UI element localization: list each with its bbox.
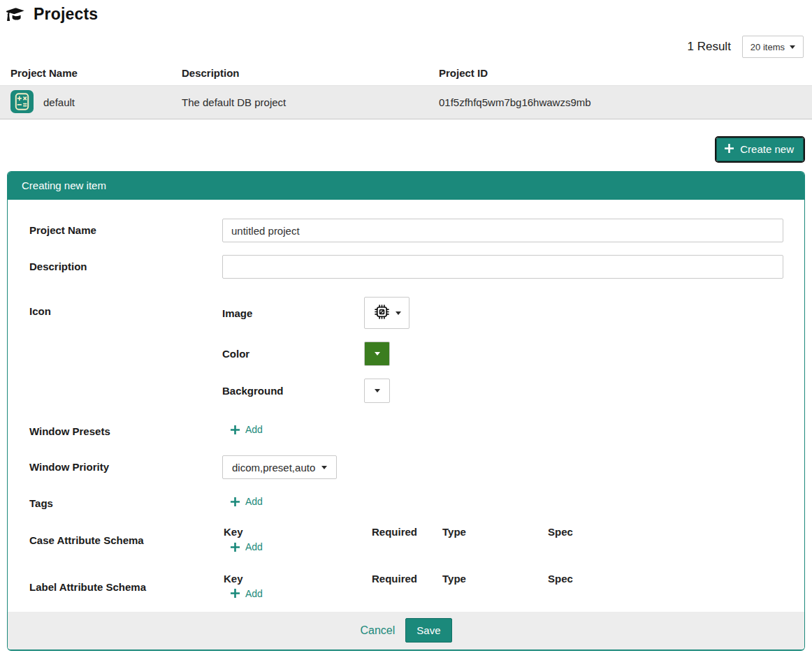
window-presets-row: Window Presets Add: [29, 424, 783, 437]
icon-background-label: Background: [222, 385, 364, 397]
plus-icon: [725, 143, 734, 155]
plus-icon: [231, 543, 240, 552]
results-bar: 1 Result 20 items: [0, 24, 812, 65]
cancel-button[interactable]: Cancel: [360, 624, 395, 637]
description-row: Description: [29, 255, 783, 279]
icon-color-dropdown[interactable]: [364, 342, 390, 366]
label-schema-add-button[interactable]: Add: [231, 588, 263, 599]
icon-image-label: Image: [222, 307, 364, 319]
window-priority-value: dicom,preset,auto: [232, 462, 315, 474]
case-attribute-schema-row: Case Attribute Schema Key Required Type …: [29, 526, 783, 555]
project-name-value: default: [43, 96, 75, 108]
project-name-cell: default: [10, 90, 182, 115]
creating-new-item-panel: Creating new item Project Name Descripti…: [7, 171, 805, 651]
save-button[interactable]: Save: [405, 618, 451, 643]
table-row[interactable]: default The default DB project 01f5zfhfq…: [0, 86, 812, 119]
window-priority-row: Window Priority dicom,preset,auto: [29, 455, 783, 479]
window-presets-add-button[interactable]: Add: [231, 424, 263, 435]
icon-section: Icon Image: [29, 297, 783, 403]
project-name-row: Project Name: [29, 219, 783, 242]
chevron-down-icon: [375, 352, 380, 355]
case-schema-header: Key Required Type Spec: [222, 526, 783, 538]
table-header: Project Name Description Project ID: [0, 65, 812, 86]
schema-column-key: Key: [222, 526, 372, 538]
chip-icon: [372, 302, 391, 323]
plus-icon: [231, 425, 240, 434]
schema-column-type: Type: [442, 526, 548, 538]
schema-column-key: Key: [222, 573, 372, 585]
column-header-description: Description: [182, 67, 439, 79]
window-presets-label: Window Presets: [29, 424, 222, 437]
tags-label: Tags: [29, 496, 222, 509]
schema-column-required: Required: [372, 573, 442, 585]
icon-image-dropdown[interactable]: [364, 297, 409, 329]
chevron-down-icon: [396, 311, 401, 315]
icon-background-dropdown[interactable]: [364, 379, 390, 403]
page-header: Projects: [0, 0, 812, 24]
project-description-value: The default DB project: [182, 96, 439, 108]
icon-color-row: Color: [222, 342, 783, 366]
label-attribute-schema-row: Label Attribute Schema Key Required Type…: [29, 573, 783, 601]
result-count: 1 Result: [687, 40, 730, 54]
project-name-label: Project Name: [29, 219, 222, 236]
schema-column-spec: Spec: [548, 526, 783, 538]
column-header-project-id: Project ID: [439, 67, 812, 79]
plus-icon: [231, 497, 240, 506]
panel-title: Creating new item: [8, 172, 804, 200]
icon-label: Icon: [29, 297, 222, 317]
graduation-cap-icon: [6, 6, 25, 22]
projects-table: Project Name Description Project ID defa…: [0, 65, 812, 119]
chevron-down-icon: [375, 389, 380, 392]
schema-column-required: Required: [372, 526, 442, 538]
schema-column-type: Type: [442, 573, 548, 585]
tags-row: Tags Add: [29, 496, 783, 509]
create-new-label: Create new: [740, 143, 794, 155]
schema-column-spec: Spec: [548, 573, 783, 585]
add-label: Add: [245, 496, 263, 507]
window-priority-label: Window Priority: [29, 455, 222, 473]
column-header-project-name: Project Name: [10, 67, 182, 79]
label-schema-header: Key Required Type Spec: [222, 573, 783, 585]
icon-image-row: Image: [222, 297, 783, 329]
add-label: Add: [245, 541, 263, 552]
chevron-down-icon: [321, 466, 327, 469]
window-priority-dropdown[interactable]: dicom,preset,auto: [222, 455, 337, 479]
icon-background-row: Background: [222, 379, 783, 403]
calculator-icon: [10, 90, 34, 115]
label-attribute-schema-label: Label Attribute Schema: [29, 573, 222, 593]
page-size-label: 20 items: [751, 42, 785, 52]
tags-add-button[interactable]: Add: [231, 496, 263, 507]
case-attribute-schema-label: Case Attribute Schema: [29, 526, 222, 546]
panel-body: Project Name Description Icon Image: [8, 200, 804, 612]
panel-footer: Cancel Save: [8, 612, 804, 650]
add-label: Add: [245, 588, 263, 599]
description-label: Description: [29, 255, 222, 272]
project-name-input[interactable]: [222, 219, 783, 242]
create-row: Create new: [0, 119, 812, 171]
page-size-dropdown[interactable]: 20 items: [742, 36, 804, 58]
icon-color-label: Color: [222, 348, 364, 360]
description-input[interactable]: [222, 255, 783, 279]
create-new-button[interactable]: Create new: [716, 138, 804, 161]
page-title: Projects: [34, 5, 98, 24]
chevron-down-icon: [790, 45, 795, 49]
project-id-value: 01f5zfhfq5wm7bg16hwawzs9mb: [439, 96, 812, 108]
add-label: Add: [245, 424, 263, 435]
case-schema-add-button[interactable]: Add: [231, 541, 263, 552]
plus-icon: [231, 589, 240, 598]
